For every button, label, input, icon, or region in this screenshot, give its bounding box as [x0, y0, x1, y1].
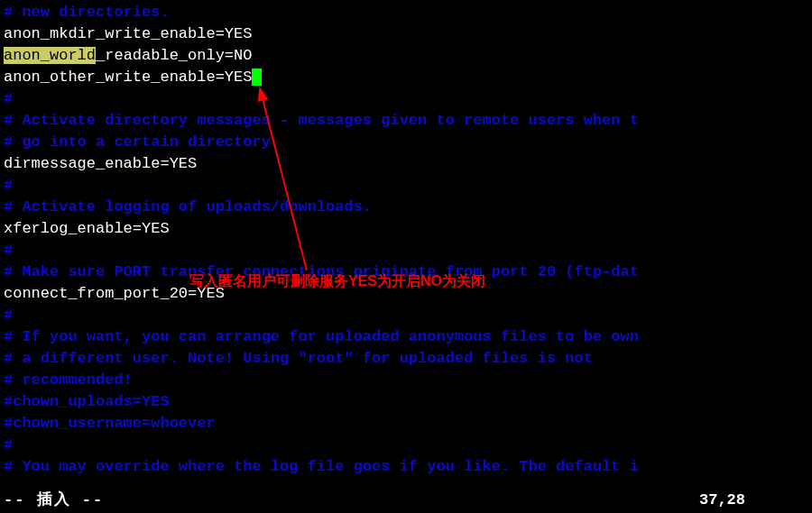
comment-line: # You may override where the log file go… — [4, 458, 639, 475]
comment-line: # recommended! — [4, 371, 133, 389]
comment-line: # If you want, you can arrange for uploa… — [4, 328, 639, 345]
comment-line: # Activate logging of uploads/downloads. — [4, 198, 372, 215]
config-line: dirmessage_enable=YES — [4, 155, 197, 172]
cursor-position: 37,28 — [699, 490, 745, 511]
config-line: xferlog_enable=YES — [4, 220, 170, 237]
config-line: connect_from_port_20=YES — [4, 285, 225, 302]
comment-line: # go into a certain directory. — [4, 133, 280, 151]
comment-line: # new directories. — [4, 4, 170, 21]
comment-line: # — [4, 436, 13, 453]
editor-content[interactable]: # new directories. anon_mkdir_write_enab… — [0, 0, 812, 480]
config-line: _readable_only=NO — [96, 47, 252, 64]
search-highlight: anon_world — [4, 47, 96, 64]
comment-line: # — [4, 307, 13, 324]
comment-line: #chown_username=whoever — [4, 415, 216, 432]
vim-mode: -- 插入 -- — [4, 490, 104, 511]
comment-line: # Make sure PORT transfer connections or… — [4, 263, 639, 280]
config-line: anon_other_write_enable=YES — [4, 69, 252, 86]
cursor — [252, 69, 262, 86]
comment-line: # — [4, 177, 13, 194]
comment-line: #chown_uploads=YES — [4, 393, 170, 410]
comment-line: # a different user. Note! Using "root" f… — [4, 350, 593, 367]
config-line: anon_mkdir_write_enable=YES — [4, 25, 252, 42]
comment-line: # — [4, 242, 13, 259]
comment-line: # Activate directory messages - messages… — [4, 112, 639, 129]
comment-line: # — [4, 90, 13, 107]
status-bar: -- 插入 -- 37,28 — [4, 490, 808, 511]
